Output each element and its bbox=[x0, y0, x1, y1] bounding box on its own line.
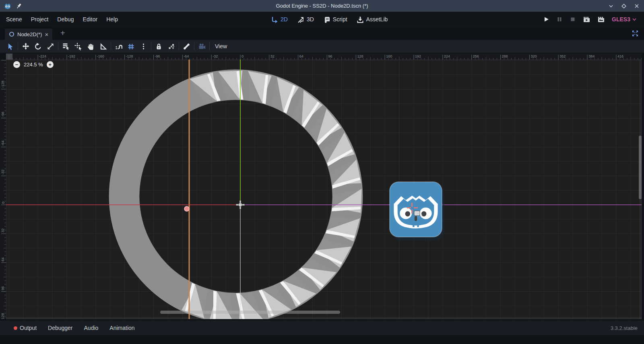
h-ruler-label: 160 bbox=[386, 54, 392, 58]
workspace-assetlib-button[interactable]: AssetLib bbox=[356, 16, 388, 23]
minimize-button[interactable] bbox=[608, 3, 614, 9]
v-ruler-label: -64 bbox=[1, 140, 5, 146]
script-icon bbox=[323, 16, 330, 23]
separator bbox=[151, 42, 151, 50]
h-ruler-label: 32 bbox=[270, 54, 275, 58]
viewport-area[interactable]: -224-192-160-128-96-64-32032649612816019… bbox=[0, 53, 644, 320]
pan-tool-button[interactable] bbox=[85, 41, 97, 52]
workspace-3d-button[interactable]: 3D bbox=[297, 16, 314, 23]
panel-debugger[interactable]: Debugger bbox=[48, 325, 73, 331]
title-bar[interactable]: Godot Engine - SS2D - Node2D.tscn (*) bbox=[0, 0, 644, 12]
node2d-icon bbox=[9, 31, 14, 37]
2d-icon bbox=[270, 16, 278, 23]
separator bbox=[194, 42, 194, 50]
v-ruler-label: 96 bbox=[1, 286, 5, 290]
bottom-strip bbox=[0, 335, 644, 344]
select-tool-button[interactable] bbox=[4, 41, 17, 52]
close-button[interactable] bbox=[634, 3, 640, 9]
h-ruler-label: 352 bbox=[559, 54, 566, 58]
shape-control-point[interactable] bbox=[184, 206, 189, 211]
v-ruler[interactable] bbox=[0, 60, 6, 319]
panel-animation[interactable]: Animation bbox=[109, 325, 134, 331]
separator bbox=[179, 42, 179, 50]
grid-snap-button[interactable] bbox=[125, 41, 137, 52]
scene-tab-bar: Node2D(*) × + bbox=[0, 27, 644, 40]
v-ruler-label: 64 bbox=[1, 257, 5, 262]
playback-controls: GLES3 bbox=[543, 12, 637, 27]
tab-close-icon[interactable]: × bbox=[45, 31, 48, 37]
add-scene-tab-button[interactable]: + bbox=[60, 29, 65, 38]
maximize-button[interactable] bbox=[621, 3, 627, 9]
scene-tab-node2d[interactable]: Node2D(*) × bbox=[5, 29, 52, 40]
v-ruler-label: -96 bbox=[1, 111, 5, 117]
h-ruler-label: -192 bbox=[68, 54, 75, 58]
menu-project[interactable]: Project bbox=[27, 16, 53, 23]
h-ruler-label: -224 bbox=[39, 54, 46, 58]
window-title: Godot Engine - SS2D - Node2D.tscn (*) bbox=[0, 3, 644, 9]
workspace-switcher: 2D 3D Script AssetLib bbox=[270, 12, 388, 27]
renderer-dropdown[interactable]: GLES3 bbox=[612, 16, 637, 23]
panel-audio[interactable]: Audio bbox=[84, 325, 99, 331]
snap-options-button[interactable] bbox=[137, 41, 150, 52]
h-scrollbar-handle[interactable] bbox=[160, 311, 340, 314]
smart-snap-button[interactable] bbox=[112, 41, 125, 52]
viewport-canvas[interactable]: -224-192-160-128-96-64-32032649612816019… bbox=[0, 53, 644, 320]
stop-button[interactable] bbox=[570, 16, 576, 23]
h-ruler-label: 96 bbox=[328, 54, 332, 58]
zoom-controls: − 224.5 % + bbox=[13, 61, 54, 68]
v-ruler-label: 32 bbox=[1, 229, 5, 233]
distraction-free-icon[interactable] bbox=[631, 29, 639, 37]
h-ruler-label: -64 bbox=[184, 54, 189, 58]
h-ruler-label: 320 bbox=[530, 54, 537, 58]
zoom-in-button[interactable]: + bbox=[47, 61, 54, 68]
separator bbox=[18, 42, 18, 50]
h-ruler-label: 416 bbox=[617, 54, 623, 58]
h-ruler-label: 256 bbox=[473, 54, 479, 58]
pause-button[interactable] bbox=[556, 16, 563, 23]
zoom-level[interactable]: 224.5 % bbox=[24, 62, 43, 68]
v-ruler-label: -32 bbox=[1, 169, 5, 175]
scale-tool-button[interactable] bbox=[44, 41, 57, 52]
workspace-script-button[interactable]: Script bbox=[323, 16, 347, 23]
canvas-toolbar: View bbox=[0, 40, 644, 53]
v-scrollbar-handle[interactable] bbox=[639, 136, 642, 199]
menu-help[interactable]: Help bbox=[102, 16, 122, 23]
h-ruler-label: 384 bbox=[588, 54, 594, 58]
play-button[interactable] bbox=[543, 16, 549, 23]
chevron-down-icon bbox=[632, 17, 637, 22]
h-ruler-label: -128 bbox=[126, 54, 133, 58]
ruler-mode-button[interactable] bbox=[97, 41, 109, 52]
play-custom-scene-button[interactable] bbox=[597, 16, 605, 23]
separator bbox=[209, 42, 210, 50]
ruler-corner bbox=[6, 54, 12, 60]
rotate-tool-button[interactable] bbox=[32, 41, 44, 52]
panel-output[interactable]: Output bbox=[20, 325, 37, 331]
h-ruler-label: -160 bbox=[97, 54, 104, 58]
move-pivot-button[interactable] bbox=[72, 41, 85, 52]
h-ruler-label: 64 bbox=[299, 54, 303, 58]
override-camera-button[interactable] bbox=[196, 41, 208, 52]
menu-scene[interactable]: Scene bbox=[2, 16, 27, 23]
list-select-button[interactable] bbox=[60, 41, 72, 52]
menu-editor[interactable]: Editor bbox=[78, 16, 102, 23]
output-status-dot bbox=[14, 326, 17, 330]
v-ruler-label: 0 bbox=[1, 202, 5, 204]
h-ruler-label: 192 bbox=[415, 54, 421, 58]
assetlib-download-icon bbox=[356, 16, 364, 23]
view-menu-button[interactable]: View bbox=[211, 43, 231, 49]
move-tool-button[interactable] bbox=[19, 41, 32, 52]
separator bbox=[111, 42, 111, 50]
v-ruler-label: -128 bbox=[1, 81, 5, 88]
bottom-panel-bar: Output Debugger Audio Animation 3.3.2.st… bbox=[0, 321, 644, 335]
lock-button[interactable] bbox=[153, 41, 165, 52]
zoom-out-button[interactable]: − bbox=[13, 61, 20, 68]
h-ruler-label: 0 bbox=[242, 54, 244, 58]
menu-debug[interactable]: Debug bbox=[53, 16, 78, 23]
workspace-2d-button[interactable]: 2D bbox=[270, 16, 288, 23]
group-button[interactable] bbox=[165, 41, 178, 52]
h-ruler-label: 224 bbox=[444, 54, 450, 58]
h-ruler-label: 128 bbox=[357, 54, 363, 58]
play-scene-button[interactable] bbox=[583, 16, 590, 23]
skeleton-options-button[interactable] bbox=[180, 41, 193, 52]
h-ruler-label: -96 bbox=[155, 54, 160, 58]
